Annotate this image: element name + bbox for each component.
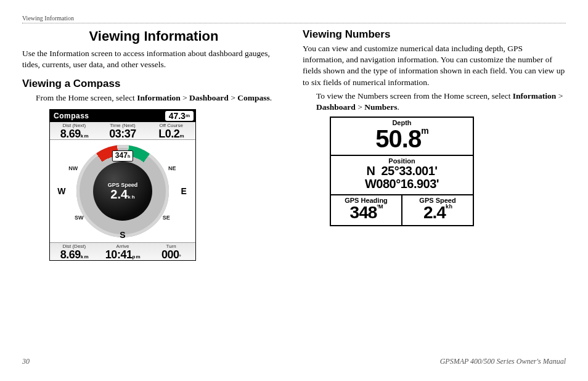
arrive-cell: Arrive 10:41p m [99, 243, 147, 260]
nav-period: . [397, 102, 399, 112]
intro-paragraph: Use the Information screen to access inf… [22, 48, 285, 70]
dist-next-cell: Dist (Next) 8.69k m [50, 122, 99, 139]
position-cell: Position N 25°33.001' W080°16.903' [331, 156, 473, 195]
page-footer: 30 GPSMAP 400/500 Series Owner's Manual [22, 357, 566, 366]
numbers-screenshot: Depth 50.8m Position N 25°33.001' W080°1… [330, 117, 474, 226]
nav-sep: > [356, 102, 364, 112]
nav-compass: Compass [237, 93, 270, 102]
position-line1: N 25°33.001' [335, 165, 469, 178]
time-next-cell: Time (Next) 03:37 [99, 122, 147, 139]
compass-dial-area: 347h GPS Speed 2.4k h N NE E SE S SW W N… [50, 140, 195, 242]
dist-dest-value: 8.69 [60, 248, 81, 261]
header-rule [22, 23, 566, 23]
left-column: Viewing Information Use the Information … [22, 27, 285, 261]
nav-sep: > [181, 93, 189, 102]
nav-dashboard: Dashboard [189, 93, 229, 102]
dir-s: S [120, 230, 125, 240]
nav-sep: > [229, 93, 237, 102]
right-column: Viewing Numbers You can view and customi… [303, 27, 566, 261]
nav-period: . [270, 93, 272, 102]
dir-w: W [57, 186, 65, 196]
gps-speed-cell: GPS Speed 2.4k h [402, 195, 473, 225]
gps-heading-cell: GPS Heading 348°M [331, 195, 402, 225]
heading-viewing-numbers: Viewing Numbers [303, 28, 566, 41]
nav-information: Information [513, 91, 557, 100]
dir-nw: NW [68, 165, 78, 171]
compass-screenshot: Compass 47.3m Dist (Next) 8.69k m Time (… [49, 109, 196, 261]
nav-prefix: From the Home screen, select [36, 93, 137, 102]
numbers-intro: You can view and customize numerical dat… [303, 43, 566, 88]
compass-bottom-row: Dist (Dest) 8.69k m Arrive 10:41p m Turn… [50, 242, 195, 260]
time-next-value: 03:37 [99, 128, 147, 139]
dir-ne: NE [168, 165, 176, 171]
dir-e: E [181, 186, 186, 196]
nav-dashboard: Dashboard [316, 102, 356, 112]
turn-value: 000 [161, 248, 179, 261]
nav-numbers: Numbers [364, 102, 397, 112]
page-title: Viewing Information [22, 28, 285, 44]
running-header: Viewing Information [22, 15, 566, 22]
compass-title-bar: Compass 47.3m [50, 110, 195, 122]
gps-speed-value: 2.4 [423, 203, 446, 222]
gps-heading-value: 348 [350, 203, 377, 222]
dist-next-value: 8.69 [60, 128, 81, 140]
bottom-row: GPS Heading 348°M GPS Speed 2.4k h [331, 195, 473, 225]
nav-sep: > [556, 91, 563, 100]
compass-bar-value: 47.3m [165, 111, 194, 121]
turn-cell: Turn 000° [147, 243, 195, 260]
compass-center: GPS Speed 2.4k h [93, 162, 152, 221]
off-course-value: L0.2 [158, 128, 179, 140]
dist-dest-cell: Dist (Dest) 8.69k m [50, 243, 99, 260]
nav-prefix: To view the Numbers screen from the Home… [316, 91, 513, 100]
compass-top-row: Dist (Next) 8.69k m Time (Next) 03:37 Of… [50, 122, 195, 140]
dir-se: SE [163, 215, 170, 221]
depth-value: 50.8 [375, 125, 421, 152]
position-line2: W080°16.903' [335, 178, 469, 190]
off-course-cell: Off Course L0.2m [147, 122, 195, 139]
page-number: 30 [22, 357, 30, 366]
numbers-nav-path: To view the Numbers screen from the Home… [316, 91, 566, 113]
compass-bar-label: Compass [50, 112, 93, 120]
arrive-value: 10:41 [105, 248, 133, 261]
heading-viewing-compass: Viewing a Compass [22, 78, 285, 90]
dir-sw: SW [75, 215, 84, 221]
manual-title: GPSMAP 400/500 Series Owner's Manual [440, 357, 566, 366]
depth-cell: Depth 50.8m [331, 118, 473, 156]
heading-box: 347h [112, 150, 133, 162]
center-value: 2.4 [110, 187, 128, 201]
nav-information: Information [137, 93, 181, 102]
compass-nav-path: From the Home screen, select Information… [36, 92, 285, 104]
